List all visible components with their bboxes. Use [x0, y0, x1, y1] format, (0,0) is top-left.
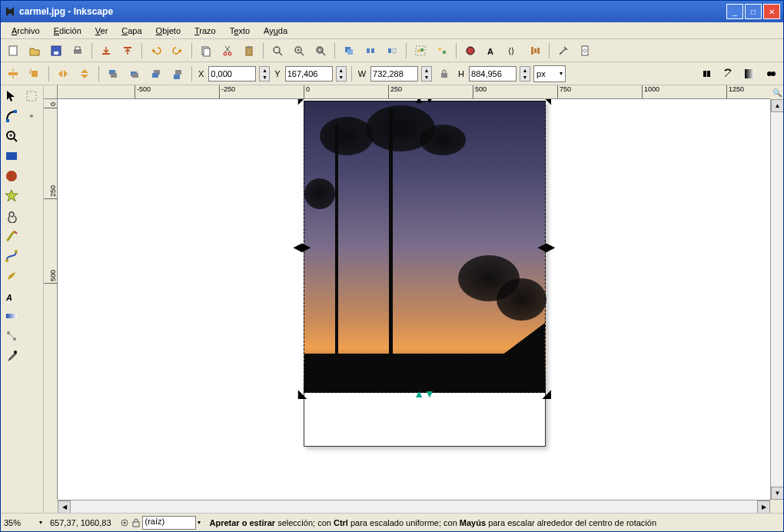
h-input[interactable]	[469, 66, 517, 81]
paste-button[interactable]	[240, 42, 258, 60]
unit-select[interactable]: px▾	[533, 65, 566, 82]
redo-button[interactable]	[168, 42, 187, 60]
scroll-right-button[interactable]: ▶	[757, 500, 770, 513]
maximize-button[interactable]: □	[745, 4, 762, 19]
menu-capa[interactable]: Capa	[115, 25, 148, 37]
x-spinner[interactable]: ▲▼	[259, 66, 270, 81]
ruler-vertical[interactable]: 0 250 500	[44, 99, 58, 500]
undo-button[interactable]	[147, 42, 165, 60]
import-button[interactable]	[97, 42, 115, 60]
lower-bottom-button[interactable]	[168, 65, 187, 83]
star-tool[interactable]	[2, 187, 21, 205]
affect-scale-button[interactable]	[719, 65, 737, 83]
ruler-origin[interactable]	[44, 85, 58, 99]
zoom-quick-button[interactable]: 🔍	[770, 85, 783, 99]
cut-button[interactable]	[218, 42, 237, 60]
ellipse-tool[interactable]	[2, 167, 21, 185]
scroll-down-button[interactable]: ▼	[771, 487, 783, 500]
raise-button[interactable]	[125, 65, 144, 83]
w-input[interactable]	[370, 66, 418, 81]
ruler-horizontal[interactable]: -500 -250 0 250 500 750 1000 1250	[58, 85, 770, 99]
raise-top-button[interactable]	[104, 65, 122, 83]
zoom-page-button[interactable]	[311, 42, 330, 60]
handle-w[interactable]: ◀▶	[297, 242, 307, 251]
layer-menu-icon[interactable]: ▾	[198, 519, 201, 526]
handle-e[interactable]: ◀▶	[542, 242, 551, 251]
zoom-tool[interactable]	[2, 127, 21, 145]
flip-vertical-button[interactable]	[75, 65, 94, 83]
node-tool[interactable]	[2, 107, 21, 125]
bezier-tool[interactable]	[2, 247, 21, 265]
minimize-button[interactable]: _	[726, 4, 743, 19]
handle-sw[interactable]: ◣	[297, 389, 307, 398]
affect-gradient-button[interactable]	[762, 65, 780, 83]
rotate-90-ccw-button[interactable]	[25, 65, 44, 83]
dropper-tool[interactable]	[2, 347, 21, 365]
handle-se[interactable]: ◢	[542, 389, 551, 398]
h-spinner[interactable]: ▲▼	[520, 66, 530, 81]
selector-tool[interactable]	[2, 87, 21, 105]
copy-button[interactable]	[197, 42, 215, 60]
handle-nw[interactable]: ◤	[297, 99, 307, 104]
save-button[interactable]	[47, 42, 65, 60]
zoom-drawing-button[interactable]	[290, 42, 308, 60]
snap-toggle[interactable]	[22, 87, 41, 105]
print-button[interactable]	[68, 42, 87, 60]
w-spinner[interactable]: ▲▼	[421, 66, 432, 81]
close-button[interactable]: ✕	[763, 4, 780, 19]
canvas[interactable]: ◤ ▲▼ ◥ ◀▶ ◀▶ ◣ ▲▼ ◢	[58, 99, 770, 500]
menu-objeto[interactable]: Objeto	[150, 25, 187, 37]
duplicate-button[interactable]	[340, 42, 358, 60]
menu-edicion[interactable]: Edición	[48, 25, 88, 37]
snap-node-toggle[interactable]	[22, 107, 41, 125]
pencil-tool[interactable]	[2, 227, 21, 245]
clone-button[interactable]	[361, 42, 380, 60]
scrollbar-vertical[interactable]: ▲ ▼	[770, 99, 783, 500]
affect-move-button[interactable]	[697, 65, 716, 83]
select-all-layers-button[interactable]	[4, 65, 22, 83]
zoom-menu-icon[interactable]: ▾	[39, 519, 42, 526]
new-file-button[interactable]	[4, 42, 22, 60]
fill-stroke-button[interactable]	[461, 42, 480, 60]
calligraphy-tool[interactable]	[2, 267, 21, 285]
connector-tool[interactable]	[2, 327, 21, 345]
scrollbar-horizontal[interactable]: ◀ ▶	[58, 500, 770, 513]
flip-horizontal-button[interactable]	[54, 65, 72, 83]
snap-bbox-toggle[interactable]	[22, 127, 41, 145]
snap-page-toggle[interactable]	[22, 147, 41, 165]
menu-trazo[interactable]: Trazo	[188, 25, 222, 37]
layer-select[interactable]: (raíz)	[142, 516, 196, 530]
document-properties-button[interactable]	[576, 42, 594, 60]
rectangle-tool[interactable]	[2, 147, 21, 165]
zoom-selection-button[interactable]	[268, 42, 287, 60]
y-spinner[interactable]: ▲▼	[336, 66, 347, 81]
lock-aspect-button[interactable]	[435, 65, 453, 83]
y-input[interactable]	[285, 66, 333, 81]
text-properties-button[interactable]: A	[483, 42, 501, 60]
align-button[interactable]	[526, 42, 544, 60]
menu-texto[interactable]: Texto	[224, 25, 256, 37]
handle-n[interactable]: ▲▼	[420, 99, 429, 104]
unlink-clone-button[interactable]	[383, 42, 401, 60]
export-button[interactable]	[118, 42, 137, 60]
layer-lock-icon[interactable]	[131, 517, 141, 528]
xml-editor-button[interactable]: ⟨⟩	[504, 42, 523, 60]
open-file-button[interactable]	[25, 42, 44, 60]
scroll-left-button[interactable]: ◀	[58, 500, 71, 513]
menu-ayuda[interactable]: Ayuda	[257, 25, 294, 37]
group-button[interactable]	[411, 42, 430, 60]
menu-archivo[interactable]: Archivo	[5, 25, 46, 37]
zoom-level[interactable]: 35%	[4, 518, 35, 527]
menu-ver[interactable]: Ver	[89, 25, 115, 37]
x-input[interactable]	[208, 66, 256, 81]
scroll-up-button[interactable]: ▲	[771, 99, 783, 112]
spiral-tool[interactable]	[2, 207, 21, 225]
handle-ne[interactable]: ◥	[542, 99, 551, 104]
gradient-tool[interactable]	[2, 307, 21, 325]
preferences-button[interactable]	[554, 42, 573, 60]
layer-visibility-icon[interactable]	[119, 517, 130, 528]
selected-image[interactable]	[304, 101, 546, 393]
handle-s[interactable]: ▲▼	[420, 389, 429, 398]
affect-pattern-button[interactable]	[740, 65, 759, 83]
lower-button[interactable]	[147, 65, 165, 83]
